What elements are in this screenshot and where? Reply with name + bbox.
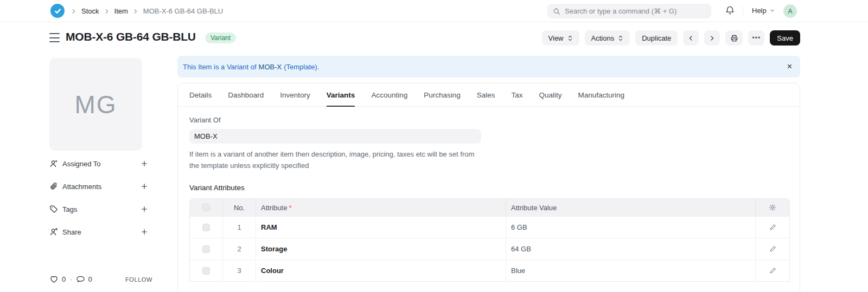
grid-row-ram: 1 RAM 6 GB — [190, 216, 789, 238]
attribute-cell: RAM — [256, 217, 506, 238]
attribute-cell: Storage — [256, 238, 506, 259]
chevron-right-icon — [70, 8, 78, 15]
select-chevrons-icon — [618, 35, 623, 42]
edit-row-button[interactable] — [756, 217, 789, 238]
sidebar-toggle-icon[interactable] — [49, 33, 60, 42]
print-button[interactable] — [725, 30, 743, 46]
item-image-placeholder[interactable]: MG — [49, 58, 142, 151]
sidebar-item-assigned-to: Assigned To — [49, 159, 148, 168]
sidebar-label: Attachments — [62, 183, 101, 191]
tab-dashboard[interactable]: Dashboard — [228, 83, 264, 106]
row-checkbox[interactable] — [202, 224, 210, 231]
edit-row-button[interactable] — [756, 260, 789, 281]
sidebar-item-tags: Tags — [49, 205, 148, 213]
tab-sales[interactable]: Sales — [477, 83, 495, 106]
select-chevrons-icon — [567, 35, 573, 42]
follow-button[interactable]: FOLLOW — [125, 276, 152, 283]
pencil-icon — [769, 245, 776, 252]
row-checkbox[interactable] — [202, 245, 210, 253]
plus-icon — [141, 205, 148, 213]
help-menu[interactable]: Help — [752, 7, 775, 15]
grid-header-row: No. Attribute* Attribute Value — [190, 199, 789, 216]
tab-inventory[interactable]: Inventory — [280, 83, 310, 106]
col-attribute-value: Attribute Value — [511, 204, 557, 212]
add-attachment-button[interactable] — [141, 183, 148, 190]
assigned-to-icon — [49, 159, 58, 168]
duplicate-button[interactable]: Duplicate — [635, 30, 678, 46]
variant-of-input[interactable] — [189, 129, 481, 144]
breadcrumb: Stock Item MOB-X-6 GB-64 GB-BLU — [70, 0, 223, 22]
like-heart-icon[interactable] — [49, 275, 59, 284]
pencil-icon — [769, 267, 776, 274]
attribute-value-cell: Blue — [506, 260, 756, 281]
chevron-left-icon — [687, 35, 694, 42]
add-tag-button[interactable] — [141, 205, 148, 213]
share-icon — [49, 228, 58, 236]
plus-icon — [141, 228, 148, 236]
close-icon[interactable]: × — [787, 62, 792, 71]
user-avatar[interactable]: A — [783, 4, 797, 18]
edit-row-button[interactable] — [756, 238, 789, 259]
tab-manufacturing[interactable]: Manufacturing — [578, 83, 625, 106]
erpnext-item-page: Stock Item MOB-X-6 GB-64 GB-BLU Help A M… — [0, 0, 868, 292]
plus-icon — [141, 183, 148, 190]
save-button[interactable]: Save — [770, 30, 800, 46]
breadcrumb-item[interactable]: Item — [114, 7, 128, 15]
actions-label: Actions — [591, 34, 615, 42]
previous-record-button[interactable] — [683, 30, 699, 46]
attribute-value-cell: 6 GB — [506, 217, 756, 238]
search-icon — [553, 8, 560, 15]
actions-button[interactable]: Actions — [585, 30, 630, 46]
navbar: Stock Item MOB-X-6 GB-64 GB-BLU Help A — [0, 0, 868, 22]
gear-icon — [769, 204, 776, 211]
banner-template-link[interactable]: (Template). — [284, 63, 319, 71]
navbar-divider — [743, 7, 743, 16]
image-initials: MG — [74, 90, 117, 119]
row-index: 3 — [223, 260, 256, 281]
sidebar-label: Assigned To — [62, 160, 101, 168]
global-search[interactable] — [547, 4, 711, 18]
view-button[interactable]: View — [542, 30, 579, 46]
col-no: No. — [234, 204, 245, 212]
grid-settings-button[interactable] — [756, 199, 789, 216]
pencil-icon — [769, 224, 776, 231]
avatar-initial: A — [788, 8, 792, 15]
breadcrumb-current: MOB-X-6 GB-64 GB-BLU — [143, 7, 223, 15]
check-logo-icon — [54, 7, 62, 15]
tag-icon — [49, 205, 58, 213]
chevron-right-icon — [132, 8, 139, 15]
tab-details[interactable]: Details — [189, 83, 212, 106]
add-share-button[interactable] — [141, 228, 148, 236]
page-actions: View Actions Duplicate ••• Save — [542, 30, 800, 46]
banner-template-name: MOB-X — [259, 63, 282, 71]
app-logo[interactable] — [50, 4, 65, 18]
tab-purchasing[interactable]: Purchasing — [424, 83, 461, 106]
tab-quality[interactable]: Quality — [539, 83, 562, 106]
next-record-button[interactable] — [704, 30, 720, 46]
notifications-bell-icon[interactable] — [725, 5, 735, 18]
view-label: View — [548, 34, 564, 42]
save-label: Save — [777, 34, 793, 42]
comments-icon[interactable] — [76, 275, 85, 284]
comment-count: 0 — [88, 275, 92, 283]
attribute-value-cell: 64 GB — [506, 238, 756, 259]
tab-tax[interactable]: Tax — [512, 83, 523, 106]
breadcrumb-stock[interactable]: Stock — [81, 7, 99, 15]
more-options-button[interactable]: ••• — [748, 30, 764, 46]
like-count: 0 — [62, 275, 66, 283]
count-separator: · — [70, 275, 72, 283]
help-label: Help — [752, 7, 767, 15]
add-assignment-button[interactable] — [141, 160, 148, 167]
tab-variants[interactable]: Variants — [327, 83, 355, 106]
col-attribute: Attribute — [261, 204, 287, 212]
form-tabs: Details Dashboard Inventory Variants Acc… — [178, 83, 800, 107]
grid-row-storage: 2 Storage 64 GB — [190, 238, 789, 259]
sidebar-item-attachments: Attachments — [49, 182, 148, 191]
search-input[interactable] — [565, 7, 700, 15]
row-checkbox[interactable] — [202, 267, 210, 275]
tab-accounting[interactable]: Accounting — [371, 83, 407, 106]
select-all-checkbox[interactable] — [202, 204, 210, 211]
row-index: 1 — [223, 217, 256, 238]
chevron-down-icon — [769, 8, 775, 14]
variant-of-label: Variant Of — [189, 116, 789, 124]
